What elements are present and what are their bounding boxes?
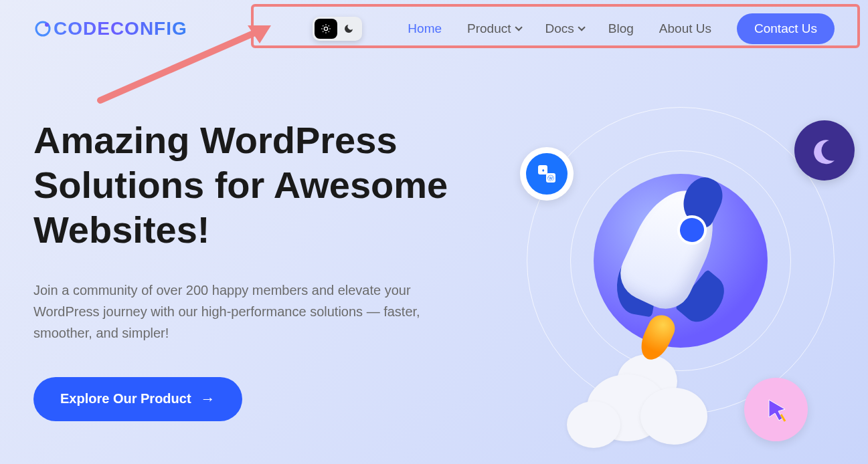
moon-icon	[343, 23, 354, 34]
theme-toggle[interactable]	[313, 17, 362, 41]
svg-line-10	[329, 25, 329, 26]
hero-title: Amazing WordPress Solutions for Awesome …	[33, 118, 515, 253]
arrow-right-icon: →	[201, 390, 215, 408]
logo-mark-icon	[33, 19, 52, 38]
nav-product[interactable]: Product	[467, 21, 519, 36]
svg-text:ⓦ: ⓦ	[547, 175, 554, 182]
badge-dropbox-wordpress: ⬧ⓦ	[520, 147, 574, 201]
nav-blog[interactable]: Blog	[608, 21, 634, 36]
nav-about[interactable]: About Us	[659, 21, 711, 36]
hero-description: Join a community of over 200 happy membe…	[33, 279, 475, 344]
nav-home[interactable]: Home	[408, 21, 442, 36]
theme-light-option[interactable]	[315, 19, 337, 39]
site-header: CODECONFIG Home Product Docs Blog About …	[0, 0, 868, 57]
nav-docs-label: Docs	[545, 21, 574, 36]
explore-product-label: Explore Our Product	[60, 391, 191, 407]
svg-point-2	[325, 27, 328, 30]
moon-crescent-icon	[808, 134, 841, 167]
contact-us-button[interactable]: Contact Us	[737, 13, 835, 44]
svg-text:⬧: ⬧	[541, 166, 545, 173]
badge-moon	[794, 120, 855, 181]
nav-docs[interactable]: Docs	[545, 21, 583, 36]
badge-cursor	[744, 378, 808, 441]
hero-illustration: ⬧ⓦ	[513, 87, 848, 435]
explore-product-button[interactable]: Explore Our Product →	[33, 377, 242, 421]
main-nav: Home Product Docs Blog About Us Contact …	[313, 13, 835, 44]
sun-icon	[321, 23, 331, 34]
svg-line-5	[323, 25, 324, 26]
exhaust-cloud	[567, 401, 620, 448]
brand-name: CODECONFIG	[54, 18, 187, 39]
exhaust-cloud	[640, 388, 707, 445]
chevron-down-icon	[578, 23, 585, 31]
svg-point-1	[45, 23, 49, 27]
theme-dark-option[interactable]	[337, 19, 360, 39]
rocket-illustration	[580, 174, 754, 361]
chevron-down-icon	[515, 23, 522, 31]
brand-logo[interactable]: CODECONFIG	[33, 18, 187, 39]
nav-product-label: Product	[467, 21, 511, 36]
dropbox-wordpress-icon: ⬧ⓦ	[526, 153, 568, 195]
hero-text: Amazing WordPress Solutions for Awesome …	[33, 118, 515, 421]
svg-line-6	[329, 31, 329, 32]
svg-line-9	[323, 31, 324, 32]
cursor-icon	[761, 394, 792, 425]
